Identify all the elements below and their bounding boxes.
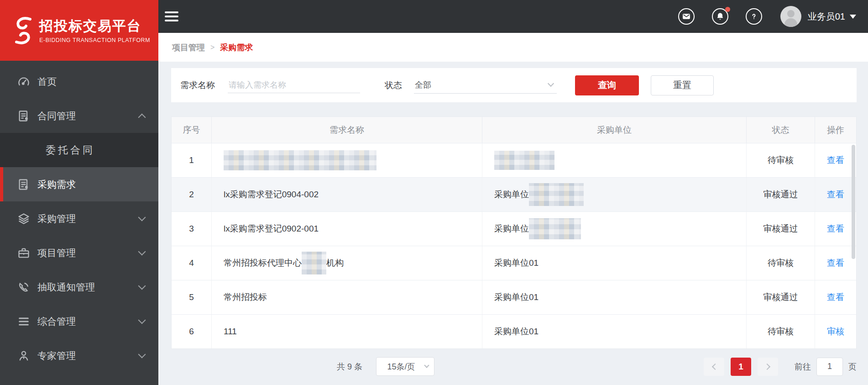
sidebar-item-expert-mgmt[interactable]: 专家管理 xyxy=(0,338,158,373)
status-cell: 待审核 xyxy=(747,246,815,280)
next-page-button[interactable] xyxy=(758,358,778,376)
sidebar-item-label: 综合管理 xyxy=(37,315,76,328)
sidebar-item-purchase-demand[interactable]: 采购需求 xyxy=(0,167,158,201)
table-row: 4 常州招投标代理中心机构 采购单位01 待审核 查看 xyxy=(172,246,856,280)
brand-subtitle: E-BIDDING TRANSACTION PLATFORM xyxy=(39,37,150,43)
table-row: 5 常州招投标 采购单位01 审核通过 查看 xyxy=(172,280,856,314)
seq-cell: 5 xyxy=(172,280,212,314)
layers-icon xyxy=(17,212,30,225)
pagination: 共 9 条 15条/页 1 前往 页 xyxy=(329,348,857,385)
filter-panel: 需求名称 状态 全部 查询 重置 xyxy=(171,68,857,102)
search-button[interactable]: 查询 xyxy=(575,75,639,95)
brand-title: 招投标交易平台 xyxy=(39,18,150,34)
brand-swirl-icon xyxy=(13,15,34,47)
chevron-down-icon xyxy=(138,316,146,324)
view-link[interactable]: 查看 xyxy=(827,291,844,303)
main-content: 需求名称 状态 全部 查询 重置 序号 需求名称 采购单位 状态 操作 xyxy=(158,62,868,385)
sidebar-item-label: 采购需求 xyxy=(37,178,76,191)
table-header-row: 序号 需求名称 采购单位 状态 操作 xyxy=(172,117,856,143)
censored-block xyxy=(224,150,376,170)
goto-label: 前往 xyxy=(795,361,811,372)
sidebar-item-notice-mgmt[interactable]: 抽取通知管理 xyxy=(0,270,158,304)
seq-cell: 3 xyxy=(172,212,212,246)
censored-block xyxy=(529,218,581,239)
audit-link[interactable]: 审核 xyxy=(827,326,844,338)
breadcrumb-parent[interactable]: 项目管理 xyxy=(172,42,205,53)
censored-block xyxy=(494,151,554,170)
user-menu-caret-icon[interactable] xyxy=(850,15,856,19)
status-cell: 审核通过 xyxy=(747,212,815,246)
name-cell: 常州招投标 xyxy=(212,280,482,314)
name-cell: 111 xyxy=(212,315,482,348)
sidebar-item-partial[interactable] xyxy=(0,373,158,385)
briefcase-icon xyxy=(17,247,30,259)
sidebar-item-label: 委托合同 xyxy=(46,143,95,157)
chevron-down-icon xyxy=(138,282,146,290)
seq-cell: 4 xyxy=(172,246,212,280)
status-select[interactable]: 全部 xyxy=(414,77,557,94)
bell-icon[interactable] xyxy=(712,8,728,25)
view-link[interactable]: 查看 xyxy=(827,154,844,166)
list-icon xyxy=(17,315,30,328)
view-link[interactable]: 查看 xyxy=(827,257,844,269)
help-icon[interactable] xyxy=(746,8,762,25)
sidebar-item-label: 采购管理 xyxy=(37,212,76,225)
sidebar-item-entrust-contract[interactable]: 委托合同 xyxy=(0,133,158,167)
reset-button[interactable]: 重置 xyxy=(651,75,714,95)
topbar: 业务员01 xyxy=(158,0,868,33)
unit-cell: 采购单位01 xyxy=(482,315,747,348)
column-header-name: 需求名称 xyxy=(212,117,482,143)
page-number-active[interactable]: 1 xyxy=(731,358,751,376)
column-header-seq: 序号 xyxy=(172,117,212,143)
demand-icon xyxy=(17,178,30,191)
unit-cell: 采购单位 xyxy=(482,178,747,211)
unit-cell: 采购单位01 xyxy=(482,246,747,280)
unit-cell xyxy=(482,143,747,177)
logo: 招投标交易平台 E-BIDDING TRANSACTION PLATFORM xyxy=(0,0,158,61)
phone-icon xyxy=(17,281,30,294)
expert-icon xyxy=(17,349,30,362)
name-cell: lx采购需求登记0904-002 xyxy=(212,178,482,211)
view-link[interactable]: 查看 xyxy=(827,189,844,200)
chevron-right-icon xyxy=(763,363,770,369)
hamburger-menu-icon[interactable] xyxy=(165,11,178,21)
censored-block xyxy=(529,183,584,206)
total-count: 共 9 条 xyxy=(337,361,362,372)
table-row: 2 lx采购需求登记0904-002 采购单位 审核通过 查看 xyxy=(172,177,856,211)
breadcrumb-separator: > xyxy=(210,43,214,52)
sidebar-item-label: 合同管理 xyxy=(37,110,76,122)
demand-table: 序号 需求名称 采购单位 状态 操作 1 待审核 查看 2 lx采购需求登记09… xyxy=(171,116,857,349)
view-link[interactable]: 查看 xyxy=(827,223,844,235)
sidebar-item-label: 首页 xyxy=(37,75,57,88)
demand-name-input[interactable] xyxy=(228,78,360,93)
chevron-down-icon xyxy=(424,363,429,368)
sidebar-item-purchase-mgmt[interactable]: 采购管理 xyxy=(0,201,158,236)
status-cell: 待审核 xyxy=(747,315,815,348)
page-size-select[interactable]: 15条/页 xyxy=(376,357,434,376)
column-header-action: 操作 xyxy=(815,117,856,143)
prev-page-button[interactable] xyxy=(704,358,724,376)
status-cell: 审核通过 xyxy=(747,280,815,314)
sidebar-item-general-mgmt[interactable]: 综合管理 xyxy=(0,304,158,338)
sidebar-item-home[interactable]: 首页 xyxy=(0,64,158,99)
username[interactable]: 业务员01 xyxy=(808,11,845,23)
mail-icon[interactable] xyxy=(678,8,695,25)
sidebar-item-project-mgmt[interactable]: 项目管理 xyxy=(0,236,158,270)
table-row: 6 111 采购单位01 待审核 审核 xyxy=(172,314,856,348)
avatar[interactable] xyxy=(780,6,801,27)
seq-cell: 1 xyxy=(172,143,212,177)
circle-icon xyxy=(17,384,30,385)
column-header-status: 状态 xyxy=(747,117,815,143)
goto-page-input[interactable] xyxy=(816,358,843,376)
chevron-down-icon xyxy=(548,80,554,87)
chevron-up-icon xyxy=(138,113,146,121)
unit-cell: 采购单位01 xyxy=(482,280,747,314)
seq-cell: 2 xyxy=(172,178,212,211)
breadcrumb-current: 采购需求 xyxy=(220,42,253,53)
demand-name-label: 需求名称 xyxy=(180,79,215,91)
sidebar-item-label: 抽取通知管理 xyxy=(37,281,95,294)
app-window: 招投标交易平台 E-BIDDING TRANSACTION PLATFORM 首… xyxy=(0,0,868,385)
table-scrollbar[interactable] xyxy=(852,145,855,259)
contract-icon xyxy=(17,110,30,122)
sidebar-item-contracts[interactable]: 合同管理 xyxy=(0,99,158,133)
